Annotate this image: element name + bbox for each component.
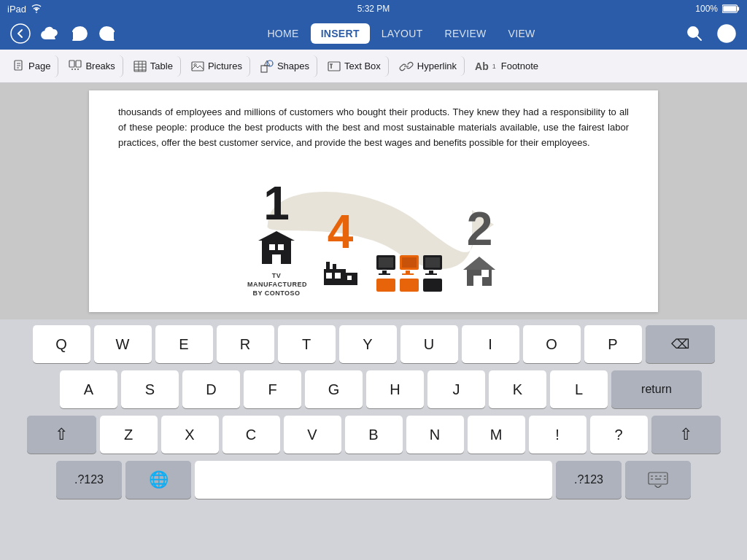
search-button[interactable]: [683, 22, 706, 45]
key-l[interactable]: L: [550, 370, 608, 408]
key-z[interactable]: Z: [100, 416, 158, 454]
key-b[interactable]: B: [345, 416, 403, 454]
time-display: 5:32 PM: [357, 4, 390, 14]
key-question[interactable]: ?: [590, 416, 648, 454]
toolbar: Page Breaks Table Pictures: [0, 50, 747, 83]
globe-key[interactable]: 🌐: [125, 461, 191, 499]
number-1: 1: [263, 180, 290, 227]
shapes-icon: [260, 60, 274, 73]
info-item-2: 4: [320, 209, 360, 290]
key-h[interactable]: H: [366, 370, 424, 408]
toolbar-footnote[interactable]: Ab 1 Footnote: [468, 56, 546, 77]
document-area: thousands of employees and millions of c…: [0, 83, 747, 319]
svg-marker-34: [258, 231, 295, 241]
key-g[interactable]: G: [305, 370, 363, 408]
toolbar-textbox[interactable]: Text Box: [320, 56, 389, 77]
page-icon: [13, 60, 25, 73]
key-f[interactable]: F: [244, 370, 301, 408]
account-button[interactable]: [715, 22, 738, 45]
svg-rect-55: [429, 271, 433, 273]
numpad-right-key[interactable]: .?123: [556, 461, 622, 499]
svg-point-3: [11, 24, 30, 43]
key-i[interactable]: I: [462, 325, 519, 363]
svg-rect-62: [481, 270, 489, 277]
svg-rect-57: [376, 279, 395, 292]
key-k[interactable]: K: [489, 370, 546, 408]
keyboard-row-2: A S D F G H J K L return: [3, 370, 744, 408]
toolbar-pictures[interactable]: Pictures: [184, 56, 250, 77]
key-y[interactable]: Y: [339, 325, 397, 363]
key-t[interactable]: T: [278, 325, 336, 363]
toolbar-table-label: Table: [150, 61, 173, 71]
key-v[interactable]: V: [284, 416, 341, 454]
info-item-1: 1 TV MANUFACTUREDBY CONTOSO: [247, 180, 306, 298]
document-page: thousands of employees and millions of c…: [89, 90, 658, 312]
toolbar-hyperlink[interactable]: Hyperlink: [392, 56, 465, 76]
undo-button[interactable]: [67, 22, 90, 45]
svg-rect-58: [400, 279, 419, 292]
backspace-key[interactable]: ⌫: [646, 325, 715, 363]
key-q[interactable]: Q: [33, 325, 90, 363]
key-j[interactable]: J: [427, 370, 485, 408]
key-r[interactable]: R: [217, 325, 274, 363]
toolbar-textbox-label: Text Box: [344, 61, 381, 71]
footnote-icon: Ab: [475, 61, 489, 72]
svg-rect-44: [347, 276, 352, 280]
key-a[interactable]: A: [60, 370, 117, 408]
svg-rect-61: [473, 276, 482, 286]
keyboard-row-1: Q W E R T Y U I O P ⌫: [3, 325, 744, 363]
key-exclaim[interactable]: !: [529, 416, 587, 454]
key-e[interactable]: E: [155, 325, 213, 363]
tab-home[interactable]: HOME: [257, 23, 309, 44]
toolbar-breaks[interactable]: Breaks: [61, 55, 123, 77]
cloud-icon[interactable]: [38, 22, 61, 45]
return-key[interactable]: return: [611, 370, 702, 408]
svg-point-8: [724, 28, 729, 34]
info-item-3: 2: [460, 206, 500, 290]
toolbar-table[interactable]: Table: [126, 56, 181, 77]
battery-label: 100%: [695, 4, 718, 14]
svg-rect-2: [723, 6, 736, 12]
toolbar-shapes[interactable]: Shapes: [253, 55, 317, 77]
key-n[interactable]: N: [406, 416, 464, 454]
svg-rect-41: [333, 264, 336, 271]
hyperlink-icon: [399, 61, 414, 71]
shift-right-key[interactable]: ⇧: [651, 416, 721, 454]
space-key[interactable]: [195, 461, 552, 499]
key-w[interactable]: W: [94, 325, 152, 363]
tab-insert[interactable]: INSERT: [311, 23, 370, 44]
toolbar-pictures-label: Pictures: [208, 61, 242, 71]
hide-keyboard-key[interactable]: [625, 461, 691, 499]
shift-left-key[interactable]: ⇧: [27, 416, 96, 454]
back-button[interactable]: [9, 22, 32, 45]
title-bar: HOME INSERT LAYOUT REVIEW VIEW: [0, 18, 747, 50]
svg-rect-47: [382, 271, 387, 273]
key-c[interactable]: C: [222, 416, 280, 454]
svg-rect-54: [425, 257, 440, 268]
key-u[interactable]: U: [400, 325, 458, 363]
toolbar-page[interactable]: Page: [6, 55, 58, 77]
redo-button[interactable]: [96, 22, 120, 45]
key-o[interactable]: O: [523, 325, 581, 363]
tab-view[interactable]: VIEW: [498, 23, 546, 44]
key-m[interactable]: M: [468, 416, 525, 454]
tab-layout[interactable]: LAYOUT: [371, 23, 433, 44]
key-s[interactable]: S: [121, 370, 179, 408]
svg-rect-15: [69, 61, 74, 67]
svg-rect-59: [423, 279, 442, 292]
toolbar-breaks-label: Breaks: [85, 61, 115, 71]
key-d[interactable]: D: [182, 370, 240, 408]
nav-tabs: HOME INSERT LAYOUT REVIEW VIEW: [257, 23, 545, 44]
numpad-left-key[interactable]: .?123: [56, 461, 122, 499]
infographic-content: 1 TV MANUFACTUREDBY CONTOSO 4: [118, 202, 629, 298]
key-x[interactable]: X: [161, 416, 219, 454]
breaks-icon: [69, 60, 82, 73]
svg-line-6: [697, 36, 701, 40]
building-icon: [255, 230, 298, 269]
svg-rect-50: [402, 257, 417, 268]
keyboard-row-3: ⇧ Z X C V B N M ! ? ⇧: [3, 416, 744, 454]
tab-review[interactable]: REVIEW: [435, 23, 497, 44]
key-p[interactable]: P: [584, 325, 642, 363]
svg-rect-26: [261, 66, 267, 72]
svg-rect-24: [192, 62, 204, 71]
